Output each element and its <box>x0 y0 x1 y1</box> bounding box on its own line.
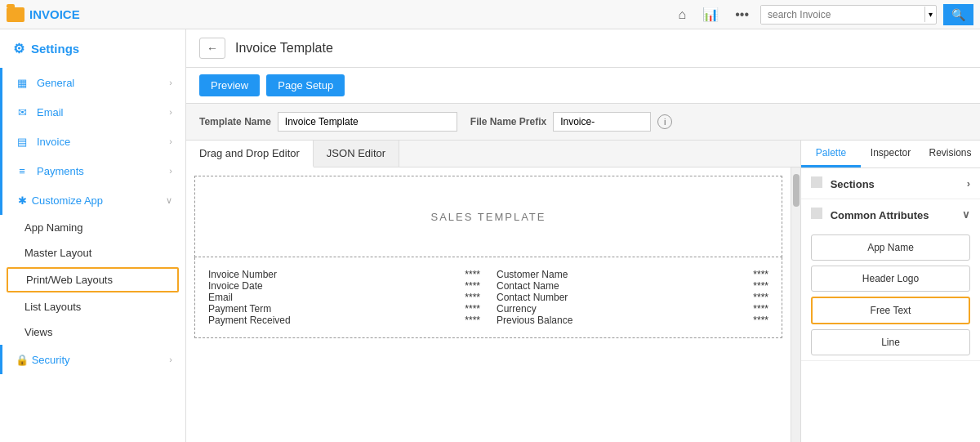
page-title: Invoice Template <box>235 41 333 56</box>
folder-icon <box>7 7 24 22</box>
editor-area: Drag and Drop Editor JSON Editor SALES T… <box>186 141 980 442</box>
sidebar-item-payments[interactable]: ≡ Payments › <box>0 156 185 185</box>
table-row: Contact Name **** <box>497 280 768 292</box>
search-container: ▾ <box>760 5 937 25</box>
home-icon: ⌂ <box>679 7 687 21</box>
app-name-button[interactable]: App Name <box>811 234 970 261</box>
panel-section-common-attributes: Common Attributes ∨ App Name Header Logo… <box>801 199 980 361</box>
tab-drag-drop[interactable]: Drag and Drop Editor <box>186 141 314 167</box>
template-canvas: SALES TEMPLATE Invoice Number **** <box>186 167 791 442</box>
vertical-scrollbar[interactable] <box>791 167 800 442</box>
sidebar-item-email[interactable]: ✉ Email › <box>0 97 185 127</box>
subitem-label: Views <box>24 326 52 338</box>
template-name-input[interactable] <box>278 112 457 132</box>
table-row: Invoice Date **** <box>208 280 480 292</box>
line-button[interactable]: Line <box>811 329 970 355</box>
template-grid: Invoice Number **** Invoice Date **** Em… <box>208 269 768 326</box>
panel-section-sections: Sections › <box>801 168 980 199</box>
sidebar-item-label: General <box>37 77 74 89</box>
subitem-label: List Layouts <box>24 301 81 313</box>
topbar-actions: ⌂ 📊 ••• ▾ 🔍 <box>674 4 973 25</box>
table-row: Invoice Number **** <box>208 269 480 280</box>
tab-json-editor[interactable]: JSON Editor <box>314 141 399 167</box>
back-icon: ← <box>207 42 218 55</box>
search-icon: 🔍 <box>951 8 965 21</box>
panel-tabs: Palette Inspector Revisions <box>801 141 980 168</box>
tab-revisions[interactable]: Revisions <box>920 141 980 167</box>
table-row: Customer Name **** <box>497 269 768 280</box>
template-left-fields: Invoice Number **** Invoice Date **** Em… <box>208 269 480 326</box>
sidebar-item-customize-app[interactable]: ✱ Customize App ∨ <box>0 185 185 215</box>
lock-icon: 🔒 <box>16 353 29 366</box>
app-name: INVOICE <box>29 7 80 21</box>
sidebar-item-general[interactable]: ▦ General › <box>0 68 185 97</box>
search-dropdown-button[interactable]: ▾ <box>924 7 936 22</box>
sections-header[interactable]: Sections › <box>801 168 980 199</box>
sidebar-item-label: Invoice <box>37 136 70 148</box>
scrollbar-thumb[interactable] <box>793 174 800 207</box>
main-layout: ⚙ Settings ▦ General › ✉ Email › ▤ Invoi… <box>0 29 980 442</box>
common-attributes-header[interactable]: Common Attributes ∨ <box>801 199 980 230</box>
template-name-group: Template Name <box>199 112 457 132</box>
chevron-down-icon: ∨ <box>166 195 172 206</box>
common-attributes-icon <box>811 208 822 219</box>
chevron-right-icon: › <box>967 177 970 190</box>
table-row: Currency **** <box>497 303 768 315</box>
table-row: Previous Balance **** <box>497 315 768 326</box>
file-name-prefix-group: File Name Prefix i <box>470 112 672 132</box>
info-icon[interactable]: i <box>657 114 672 129</box>
sidebar-item-invoice[interactable]: ▤ Invoice › <box>0 127 185 156</box>
template-right-fields: Customer Name **** Contact Name **** Con… <box>497 269 768 326</box>
customize-icon: ✱ <box>16 194 29 207</box>
chart-icon: 📊 <box>702 7 719 21</box>
template-name-label: Template Name <box>199 116 271 127</box>
sidebar-item-security[interactable]: 🔒 Security › <box>0 345 185 374</box>
sections-icon <box>811 176 822 188</box>
editor-main: Drag and Drop Editor JSON Editor SALES T… <box>186 141 800 442</box>
general-icon: ▦ <box>16 76 29 89</box>
sidebar-header: ⚙ Settings <box>0 29 185 68</box>
sidebar-subitem-print-web-layouts[interactable]: Print/Web Layouts <box>7 267 179 292</box>
chevron-down-icon: ∨ <box>962 208 970 221</box>
page-header: ← Invoice Template <box>186 29 980 68</box>
common-attributes-label: Common Attributes <box>831 209 929 221</box>
page-actions: Preview Page Setup <box>186 68 980 104</box>
topbar: INVOICE ⌂ 📊 ••• ▾ 🔍 <box>0 0 980 29</box>
chart-button[interactable]: 📊 <box>697 5 724 24</box>
chevron-right-icon: › <box>169 355 172 364</box>
chevron-down-icon: ▾ <box>929 10 933 19</box>
sidebar-subitem-app-naming[interactable]: App Naming <box>0 215 185 240</box>
more-button[interactable]: ••• <box>730 6 754 24</box>
more-icon: ••• <box>735 7 749 21</box>
tab-palette[interactable]: Palette <box>801 141 861 167</box>
payments-icon: ≡ <box>16 164 29 177</box>
preview-button[interactable]: Preview <box>199 74 260 96</box>
page-setup-button[interactable]: Page Setup <box>266 74 345 96</box>
template-data-box: Invoice Number **** Invoice Date **** Em… <box>194 257 782 338</box>
table-row: Payment Received **** <box>208 315 480 326</box>
home-button[interactable]: ⌂ <box>674 6 692 24</box>
gear-icon: ⚙ <box>13 41 24 56</box>
chevron-right-icon: › <box>169 107 172 117</box>
header-logo-button[interactable]: Header Logo <box>811 266 970 292</box>
search-button[interactable]: 🔍 <box>943 4 973 25</box>
chevron-right-icon: › <box>169 166 172 176</box>
subitem-label: Print/Web Layouts <box>26 274 113 286</box>
subitem-label: Master Layout <box>24 247 91 259</box>
sidebar-subitem-views[interactable]: Views <box>0 319 185 345</box>
file-name-prefix-input[interactable] <box>553 112 651 132</box>
free-text-button[interactable]: Free Text <box>811 297 970 324</box>
email-icon: ✉ <box>16 105 29 118</box>
chevron-right-icon: › <box>169 136 172 146</box>
editor-tabs: Drag and Drop Editor JSON Editor <box>186 141 800 167</box>
sidebar-subitem-list-layouts[interactable]: List Layouts <box>0 294 185 319</box>
sections-label: Sections <box>831 178 875 190</box>
sidebar-subitem-master-layout[interactable]: Master Layout <box>0 240 185 266</box>
template-header-text: SALES TEMPLATE <box>431 211 546 223</box>
tab-inspector[interactable]: Inspector <box>861 141 920 167</box>
subitem-label: App Naming <box>24 221 83 234</box>
sidebar-item-label: Customize App <box>32 194 103 207</box>
back-button[interactable]: ← <box>199 38 225 59</box>
search-input[interactable] <box>761 6 924 24</box>
sidebar-title: Settings <box>31 42 79 56</box>
